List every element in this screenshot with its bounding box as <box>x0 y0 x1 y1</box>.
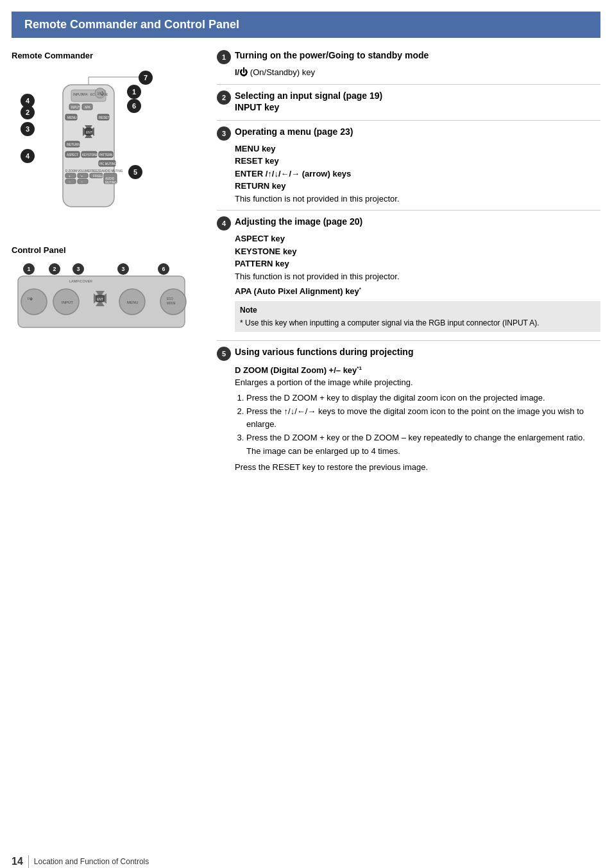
entry-1: 1 Turning on the power/Going to standby … <box>217 44 600 85</box>
svg-text:LAMP/COVER: LAMP/COVER <box>69 279 92 283</box>
dzoom-steps: Press the D ZOOM + key to display the di… <box>246 392 600 458</box>
panel-badge-1: 1 <box>23 263 35 275</box>
footer-label: Location and Function of Controls <box>34 857 149 866</box>
note-header: Note <box>240 304 595 316</box>
svg-text:ENT: ENT <box>97 297 103 301</box>
entry-3-body: MENU key RESET key ENTER /↑/↓/←/→ (arrow… <box>217 143 600 205</box>
remote-diagram: INPUT APA ECO MODE I/⏻ INPUT APA <box>12 65 178 232</box>
footer-number: 14 <box>12 856 23 867</box>
badge-entry-1: 1 <box>217 50 231 64</box>
step-2: Press the ↑/↓/←/→ keys to move the digit… <box>246 405 600 432</box>
svg-text:D ZOOM: D ZOOM <box>65 169 77 173</box>
svg-text:+: + <box>69 174 71 178</box>
svg-text:MENU: MENU <box>127 300 139 304</box>
note-text: * Use this key when inputting a computer… <box>240 317 595 329</box>
panel-svg: LAMP/COVER I/⏻ INPUT ENT MEN <box>12 260 204 337</box>
control-panel-diagram: LAMP/COVER I/⏻ INPUT ENT MEN <box>12 260 204 337</box>
svg-rect-39 <box>78 173 88 178</box>
badge-7: 7 <box>139 71 153 85</box>
badge-1-remote: 1 <box>127 85 141 99</box>
svg-text:I/⏻: I/⏻ <box>98 91 105 96</box>
note-box: Note * Use this key when inputting a com… <box>235 301 600 332</box>
entry-5-title: Using various functions during projectin… <box>235 346 413 358</box>
svg-text:I/⏻: I/⏻ <box>28 297 33 300</box>
svg-text:APA: APA <box>85 106 90 109</box>
panel-badge-3a: 3 <box>72 263 84 275</box>
svg-text:VOLUME: VOLUME <box>78 169 90 173</box>
svg-text:ECO: ECO <box>167 297 173 300</box>
badge-entry-4: 4 <box>217 216 231 230</box>
header-bar: Remote Commander and Control Panel <box>12 12 600 38</box>
entry-5-body: D ZOOM (Digital Zoom) +/– key*1 Enlarges… <box>217 364 600 473</box>
entry-2: 2 Selecting an input signal (page 19)INP… <box>217 85 600 121</box>
svg-text:RESET: RESET <box>99 116 110 119</box>
entry-3-title: Operating a menu (page 23) <box>235 126 353 137</box>
badge-6-remote: 6 <box>127 99 141 113</box>
svg-text:APA: APA <box>81 92 88 96</box>
remote-label: Remote Commander <box>12 51 198 60</box>
svg-text:ENT: ENT <box>86 130 92 134</box>
svg-text:MUTING: MUTING <box>105 181 117 184</box>
badge-entry-2: 2 <box>217 91 231 105</box>
svg-text:PATTERN: PATTERN <box>99 153 112 157</box>
entry-1-body: I/⏻ (On/Standby) key <box>217 66 600 79</box>
remote-svg: INPUT APA ECO MODE I/⏻ INPUT APA <box>12 65 178 232</box>
left-column: Remote Commander INPUT APA ECO MODE I <box>12 44 204 478</box>
badge-entry-5: 5 <box>217 347 231 361</box>
entry-2-title: Selecting an input signal (page 19)INPUT… <box>235 90 382 113</box>
svg-text:INPUT: INPUT <box>62 300 73 304</box>
svg-rect-41 <box>78 179 88 184</box>
dzoom-desc: Enlarges a portion of the image while pr… <box>235 376 600 389</box>
svg-text:INPUT: INPUT <box>71 106 80 109</box>
dzoom-title: D ZOOM (Digital Zoom) +/– key*1 <box>235 364 600 377</box>
svg-text:FREEZE: FREEZE <box>90 169 101 173</box>
entry-1-title: Turning on the power/Going to standby mo… <box>235 49 429 61</box>
footer-divider <box>28 855 29 868</box>
entry-4: 4 Adjusting the image (page 20) ASPECT k… <box>217 211 600 341</box>
svg-text:MODE: MODE <box>167 302 176 305</box>
panel-badge-3b: 3 <box>117 263 129 275</box>
step-3: Press the D ZOOM + key or the D ZOOM – k… <box>246 431 600 458</box>
panel-badge-6: 6 <box>158 263 169 275</box>
svg-text:–: – <box>81 180 83 184</box>
svg-rect-35 <box>65 173 76 178</box>
step-1: Press the D ZOOM + key to display the di… <box>246 392 600 405</box>
svg-text:MENU: MENU <box>67 116 77 119</box>
badge-5-remote: 5 <box>128 165 142 179</box>
svg-point-52 <box>21 289 47 315</box>
entry-4-title: Adjusting the image (page 20) <box>235 216 362 227</box>
page: Remote Commander and Control Panel Remot… <box>0 12 612 868</box>
svg-text:AUDIO MUTING: AUDIO MUTING <box>101 169 123 173</box>
badge-3-remote: 3 <box>21 122 35 136</box>
entry-4-body: ASPECT key KEYSTONE key PATTERN key This… <box>217 232 600 332</box>
svg-text:PIC MUTING: PIC MUTING <box>99 162 117 166</box>
svg-text:RETURN: RETURN <box>67 143 80 146</box>
entry-3: 3 Operating a menu (page 23) MENU key RE… <box>217 121 600 211</box>
panel-badge-2: 2 <box>49 263 60 275</box>
footer: 14 Location and Function of Controls <box>12 855 149 868</box>
svg-text:+: + <box>81 174 83 178</box>
control-panel-label: Control Panel <box>12 245 198 255</box>
badge-2-remote: 2 <box>21 105 35 119</box>
svg-text:ASPECT: ASPECT <box>67 153 78 157</box>
entry-5: 5 Using various functions during project… <box>217 341 600 478</box>
badge-4b-remote: 4 <box>21 149 35 163</box>
svg-text:KEYSTONE: KEYSTONE <box>82 153 98 157</box>
svg-rect-37 <box>65 179 76 184</box>
header-title: Remote Commander and Control Panel <box>24 18 239 31</box>
dzoom-footer: Press the RESET key to restore the previ… <box>235 461 600 474</box>
svg-text:AUDIO: AUDIO <box>105 177 115 180</box>
badge-entry-3: 3 <box>217 126 231 141</box>
svg-text:–: – <box>69 180 71 184</box>
right-column: 1 Turning on the power/Going to standby … <box>204 44 600 478</box>
